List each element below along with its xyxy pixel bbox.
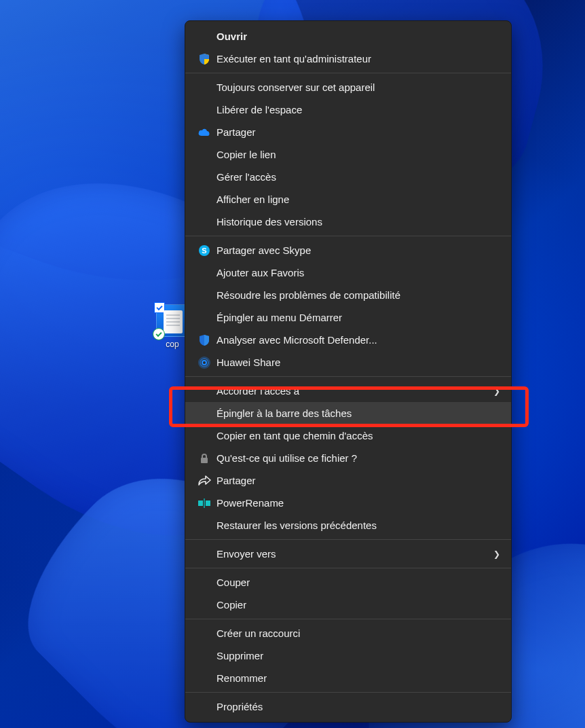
menu-separator <box>185 73 511 73</box>
share-arrow-icon <box>195 475 214 486</box>
menu-label: Toujours conserver sur cet appareil <box>214 81 500 93</box>
svg-point-3 <box>200 359 208 367</box>
menu-properties[interactable]: Propriétés <box>185 695 511 718</box>
menu-label: Renommer <box>214 672 500 684</box>
onedrive-cloud-icon <box>195 128 214 137</box>
menu-grant-access[interactable]: Accorder l'accès à ❯ <box>185 380 511 402</box>
menu-separator <box>185 568 511 568</box>
menu-separator <box>185 692 511 693</box>
chevron-right-icon: ❯ <box>493 386 500 396</box>
menu-label: Analyser avec Microsoft Defender... <box>214 334 500 346</box>
menu-label: Restaurer les versions précédentes <box>214 520 500 531</box>
shield-admin-icon <box>195 53 214 65</box>
svg-rect-5 <box>201 458 208 463</box>
menu-label: Qu'est-ce qui utilise ce fichier ? <box>214 452 500 464</box>
menu-run-as-admin[interactable]: Exécuter en tant qu'administrateur <box>185 48 511 70</box>
menu-troubleshoot[interactable]: Résoudre les problèmes de compatibilité <box>185 284 511 306</box>
menu-label: Gérer l'accès <box>214 171 500 183</box>
menu-manage-access[interactable]: Gérer l'accès <box>185 166 511 188</box>
menu-who-uses[interactable]: Qu'est-ce qui utilise ce fichier ? <box>185 447 511 469</box>
menu-label: Partager avec Skype <box>214 244 500 256</box>
menu-copy-path[interactable]: Copier en tant que chemin d'accès <box>185 424 511 447</box>
menu-label: Envoyer vers <box>214 548 493 560</box>
defender-shield-icon <box>195 334 214 346</box>
menu-pin-start[interactable]: Épingler au menu Démarrer <box>185 306 511 329</box>
menu-powerrename[interactable]: PowerRename <box>185 492 511 514</box>
menu-label: Copier <box>214 599 500 611</box>
powerrename-icon <box>195 498 214 509</box>
chevron-right-icon: ❯ <box>493 549 500 559</box>
menu-label: Partager <box>214 126 500 138</box>
menu-view-online[interactable]: Afficher en ligne <box>185 188 511 211</box>
svg-text:S: S <box>202 247 206 255</box>
menu-label: Historique des versions <box>214 216 500 228</box>
menu-label: Résoudre les problèmes de compatibilité <box>214 289 500 301</box>
menu-label: Propriétés <box>214 701 500 712</box>
svg-rect-7 <box>206 500 210 506</box>
menu-defender[interactable]: Analyser avec Microsoft Defender... <box>185 329 511 351</box>
menu-separator <box>185 539 511 540</box>
svg-rect-8 <box>204 498 205 508</box>
menu-huawei-share[interactable]: Huawei Share <box>185 351 511 374</box>
menu-label: Huawei Share <box>214 357 500 368</box>
menu-free-space[interactable]: Libérer de l'espace <box>185 98 511 121</box>
menu-cut[interactable]: Couper <box>185 571 511 594</box>
menu-share-skype[interactable]: S Partager avec Skype <box>185 239 511 261</box>
lock-icon <box>195 453 214 464</box>
menu-send-to[interactable]: Envoyer vers ❯ <box>185 543 511 565</box>
huawei-share-icon <box>195 357 214 369</box>
menu-label: Partager <box>214 475 500 486</box>
menu-open[interactable]: Ouvrir <box>185 25 511 48</box>
menu-onedrive-share[interactable]: Partager <box>185 121 511 143</box>
menu-label: Supprimer <box>214 650 500 661</box>
menu-add-favorites[interactable]: Ajouter aux Favoris <box>185 261 511 284</box>
menu-pin-taskbar[interactable]: Épingler à la barre des tâches <box>185 402 511 424</box>
menu-label: Afficher en ligne <box>214 194 500 205</box>
menu-version-history[interactable]: Historique des versions <box>185 211 511 233</box>
menu-copy[interactable]: Copier <box>185 594 511 616</box>
menu-separator <box>185 236 511 236</box>
svg-point-2 <box>202 361 206 365</box>
sync-status-icon <box>153 328 165 340</box>
menu-label: Créer un raccourci <box>214 627 500 639</box>
menu-rename[interactable]: Renommer <box>185 667 511 689</box>
menu-label: PowerRename <box>214 497 500 509</box>
menu-always-keep[interactable]: Toujours conserver sur cet appareil <box>185 76 511 98</box>
menu-delete[interactable]: Supprimer <box>185 644 511 667</box>
menu-copy-link[interactable]: Copier le lien <box>185 143 511 166</box>
menu-label: Copier le lien <box>214 149 500 160</box>
menu-share[interactable]: Partager <box>185 469 511 492</box>
menu-create-shortcut[interactable]: Créer un raccourci <box>185 622 511 644</box>
skype-icon: S <box>195 244 214 257</box>
menu-label: Épingler au menu Démarrer <box>214 312 500 323</box>
menu-label: Ajouter aux Favoris <box>214 267 500 278</box>
menu-separator <box>185 619 511 619</box>
shortcut-icon <box>156 304 189 337</box>
context-menu: Ouvrir Exécuter en tant qu'administrateu… <box>185 20 512 723</box>
menu-separator <box>185 376 511 377</box>
menu-label: Couper <box>214 577 500 588</box>
menu-label: Copier en tant que chemin d'accès <box>214 430 500 441</box>
menu-label: Libérer de l'espace <box>214 104 500 115</box>
menu-label: Accorder l'accès à <box>214 385 493 397</box>
menu-label: Épingler à la barre des tâches <box>214 407 500 419</box>
menu-label: Ouvrir <box>214 31 500 42</box>
menu-label: Exécuter en tant qu'administrateur <box>214 53 500 65</box>
svg-rect-6 <box>198 500 203 506</box>
menu-restore-versions[interactable]: Restaurer les versions précédentes <box>185 514 511 536</box>
